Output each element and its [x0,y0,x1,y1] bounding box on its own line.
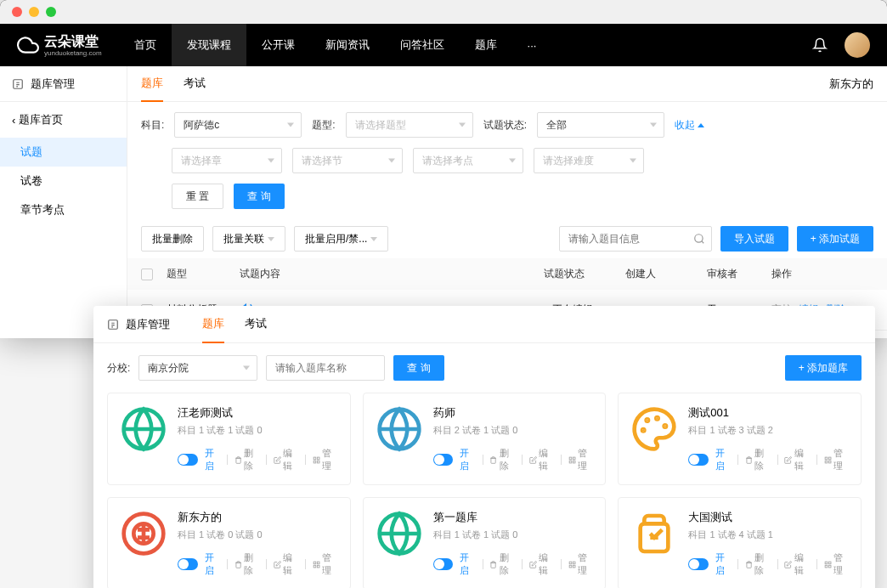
chevron-down-icon [459,123,466,127]
nav-question-bank[interactable]: 题库 [460,24,512,66]
card-title: 第一题库 [433,510,594,525]
card-delete-link[interactable]: 删除 [745,447,770,472]
bell-icon[interactable] [812,37,828,53]
import-button[interactable]: 导入试题 [720,226,788,252]
card-edit-link[interactable]: 编辑 [529,551,554,577]
divider [737,559,738,569]
card-edit-link[interactable]: 编辑 [784,551,809,577]
sidebar-title: 题库管理 [0,66,127,102]
nav-home[interactable]: 首页 [119,24,172,66]
card-title: 测试001 [688,405,849,421]
cloud-icon [17,34,39,56]
avatar[interactable] [845,32,870,58]
nav-qa[interactable]: 问答社区 [385,24,460,66]
enable-toggle[interactable] [688,454,709,466]
card-manage-link[interactable]: 管理 [313,551,337,577]
bank-search-input[interactable] [266,355,385,381]
chevron-down-icon [268,237,274,241]
card-edit-link[interactable]: 编辑 [274,551,298,577]
status-select[interactable]: 全部 [537,112,664,138]
card-edit-link[interactable]: 编辑 [274,447,298,472]
logo[interactable]: 云朵课堂 yunduoketang.com [17,33,102,57]
sidebar-item-papers[interactable]: 试卷 [0,167,127,195]
sidebar-item-questions[interactable]: 试题 [0,138,127,167]
card-delete-link[interactable]: 删除 [234,551,259,577]
reset-button[interactable]: 重 置 [172,184,223,209]
section-select[interactable]: 请选择节 [292,148,403,173]
second-tab-exam[interactable]: 考试 [245,306,267,343]
enable-toggle[interactable] [688,558,709,570]
query-button[interactable]: 查 询 [234,184,284,209]
tab-bank[interactable]: 题库 [141,66,163,102]
svg-rect-8 [318,461,320,463]
card-meta: 科目 2 试卷 1 试题 0 [433,424,594,437]
svg-rect-34 [825,562,828,564]
add-bank-button[interactable]: + 添加题库 [785,355,862,381]
point-select[interactable]: 请选择考点 [413,148,523,173]
card-delete-link[interactable]: 删除 [489,447,514,472]
enable-toggle[interactable] [178,558,198,570]
card-meta: 科目 1 试卷 3 试题 2 [688,424,849,437]
enable-toggle[interactable] [178,454,198,466]
card-manage-link[interactable]: 管理 [568,551,593,577]
sidebar-item-chapters[interactable]: 章节考点 [0,195,127,224]
mac-titlebar [0,0,887,24]
card-manage-link[interactable]: 管理 [313,447,337,472]
svg-point-15 [664,425,666,427]
svg-point-1 [694,235,702,242]
logo-sub: yunduoketang.com [44,49,102,57]
svg-rect-12 [569,461,572,463]
divider [305,455,306,465]
toggle-label: 开启 [460,447,475,472]
card-edit-link[interactable]: 编辑 [529,447,554,472]
chevron-down-icon [630,159,636,163]
header-type: 题型 [167,267,226,281]
card-meta: 科目 1 试卷 1 试题 0 [178,424,338,437]
card-edit-link[interactable]: 编辑 [784,447,809,472]
subject-select[interactable]: 阿萨德c [174,112,302,138]
card-delete-link[interactable]: 删除 [234,447,259,472]
card-delete-link[interactable]: 删除 [745,551,770,577]
bank-card: 测试001 科目 1 试卷 3 试题 2 开启 删除 编辑 管理 [618,393,862,485]
divider [522,559,523,569]
toggle-label: 开启 [715,447,731,472]
collapse-link[interactable]: 收起 [675,118,704,133]
card-manage-link[interactable]: 管理 [824,551,849,577]
second-tab-bank[interactable]: 题库 [202,306,224,343]
nav-discover[interactable]: 发现课程 [172,24,246,66]
svg-rect-5 [314,457,316,460]
divider [266,559,267,569]
card-icon [630,510,678,557]
nav-open-course[interactable]: 公开课 [246,24,310,66]
branch-select[interactable]: 南京分院 [138,355,257,381]
nav-news[interactable]: 新闻资讯 [310,24,385,66]
minimize-dot[interactable] [29,7,39,17]
type-select[interactable]: 请选择题型 [346,112,473,138]
select-all-checkbox[interactable] [141,269,153,280]
maximize-dot[interactable] [46,7,56,17]
card-icon [376,405,423,453]
tab-exam[interactable]: 考试 [184,66,206,102]
card-manage-link[interactable]: 管理 [824,447,849,472]
header-status: 试题状态 [544,267,612,281]
batch-toggle-button[interactable]: 批量启用/禁... [294,226,388,252]
batch-relate-button[interactable]: 批量关联 [212,226,285,252]
divider [777,559,778,569]
search-input[interactable] [559,226,712,252]
top-nav: 云朵课堂 yunduoketang.com 首页 发现课程 公开课 新闻资讯 问… [0,24,887,66]
card-delete-link[interactable]: 删除 [489,551,514,577]
difficulty-select[interactable]: 请选择难度 [534,148,644,173]
subject-label: 科目: [141,118,164,133]
close-dot[interactable] [12,7,22,17]
card-manage-link[interactable]: 管理 [568,447,593,472]
nav-more[interactable]: ··· [512,24,552,66]
enable-toggle[interactable] [433,558,454,570]
svg-rect-20 [825,461,828,463]
chapter-select[interactable]: 请选择章 [172,148,282,173]
enable-toggle[interactable] [433,454,454,466]
second-query-button[interactable]: 查 询 [393,355,444,381]
add-question-button[interactable]: + 添加试题 [797,226,873,252]
back-link[interactable]: ‹ 题库首页 [0,102,127,138]
header-creator: 创建人 [625,267,693,281]
batch-delete-button[interactable]: 批量删除 [141,226,204,252]
